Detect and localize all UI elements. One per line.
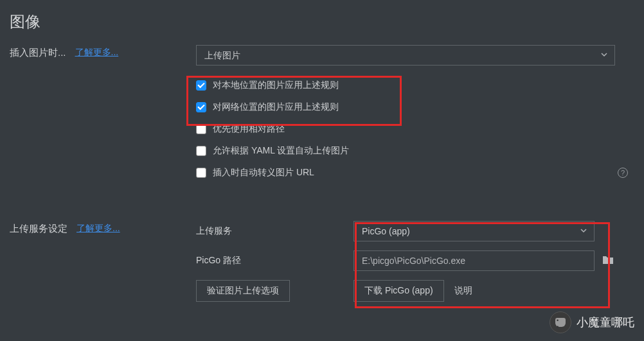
- checkbox-row: 对网络位置的图片应用上述规则: [196, 101, 634, 113]
- checkbox-label: 优先使用相对路径: [213, 123, 285, 135]
- download-picgo-button[interactable]: 下载 PicGo (app): [353, 280, 444, 302]
- upload-service-label: 上传服务: [196, 225, 353, 237]
- picgo-path-label: PicGo 路径: [196, 255, 353, 267]
- insert-action-select[interactable]: 上传图片: [196, 45, 615, 66]
- insert-label: 插入图片时...: [10, 47, 66, 59]
- upload-service-select[interactable]: PicGo (app): [353, 221, 595, 241]
- checkbox-row: 允许根据 YAML 设置自动上传图片: [196, 145, 634, 157]
- checkbox-row: 插入时自动转义图片 URL ?: [196, 167, 634, 179]
- watermark-icon: [550, 311, 571, 333]
- checkbox-escape-url[interactable]: [196, 168, 206, 178]
- upload-service-section: 上传服务设定 了解更多... 上传服务 PicGo (app) PicGo 路径…: [0, 221, 644, 302]
- checkbox-network-rules[interactable]: [196, 102, 206, 112]
- checkbox-list: 对本地位置的图片应用上述规则 对网络位置的图片应用上述规则 优先使用相对路径 允…: [196, 80, 634, 179]
- chevron-down-icon: [580, 222, 587, 241]
- upload-label: 上传服务设定: [10, 223, 67, 235]
- checkbox-label: 对网络位置的图片应用上述规则: [213, 101, 339, 113]
- checkbox-label: 允许根据 YAML 设置自动上传图片: [213, 145, 349, 157]
- learn-more-link-upload[interactable]: 了解更多...: [76, 223, 120, 234]
- checkbox-row: 对本地位置的图片应用上述规则: [196, 80, 634, 91]
- picgo-path-input[interactable]: [353, 250, 595, 271]
- help-icon[interactable]: ?: [618, 168, 628, 178]
- section-label-area: 上传服务设定 了解更多...: [10, 221, 196, 302]
- insert-action-value: 上传图片: [204, 50, 240, 60]
- validate-upload-button[interactable]: 验证图片上传选项: [196, 280, 290, 302]
- learn-more-link-insert[interactable]: 了解更多...: [75, 47, 119, 58]
- chevron-down-icon: [600, 46, 608, 65]
- upload-content: 上传服务 PicGo (app) PicGo 路径 验证图片上传选项 下载 Pi…: [196, 221, 634, 302]
- checkbox-label: 插入时自动转义图片 URL: [213, 167, 314, 179]
- checkbox-label: 对本地位置的图片应用上述规则: [213, 80, 339, 91]
- checkbox-relative-path[interactable]: [196, 124, 206, 134]
- section-label-area: 插入图片时... 了解更多...: [10, 45, 196, 189]
- checkbox-local-rules[interactable]: [196, 80, 206, 91]
- page-title: 图像: [0, 0, 644, 45]
- checkbox-yaml-upload[interactable]: [196, 146, 206, 156]
- insert-image-section: 插入图片时... 了解更多... 上传图片 对本地位置的图片应用上述规则 对网络…: [0, 45, 644, 189]
- checkbox-row: 优先使用相对路径: [196, 123, 634, 135]
- watermark-text: 小魔童哪吒: [577, 315, 634, 330]
- upload-service-value: PicGo (app): [362, 226, 410, 236]
- description-link[interactable]: 说明: [454, 285, 472, 297]
- watermark: 小魔童哪吒: [550, 311, 634, 333]
- folder-icon[interactable]: [602, 255, 614, 267]
- insert-content: 上传图片 对本地位置的图片应用上述规则 对网络位置的图片应用上述规则 优先使用相…: [196, 45, 634, 189]
